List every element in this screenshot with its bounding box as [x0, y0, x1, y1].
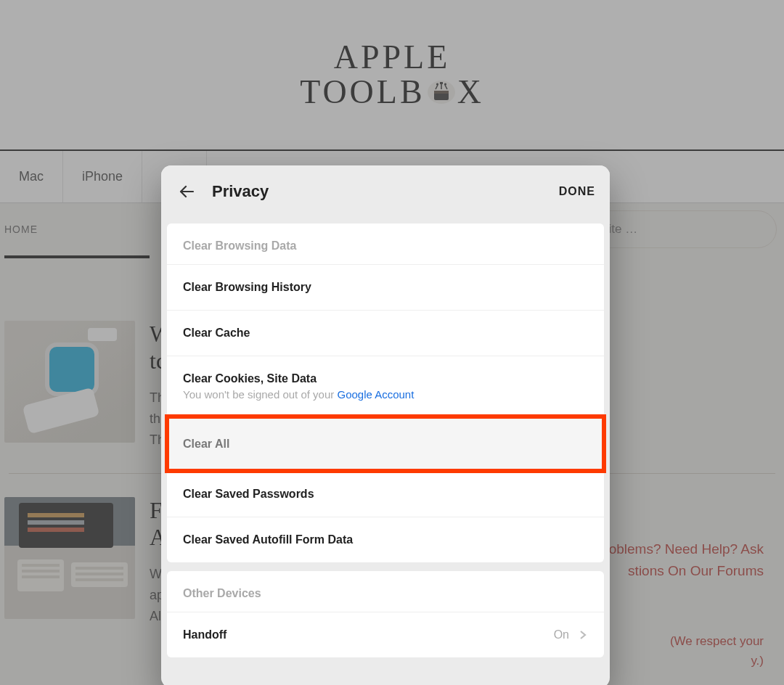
row-label: Clear Saved Autofill Form Data [183, 533, 353, 546]
row-label: Clear All [183, 438, 229, 451]
privacy-modal: Privacy DONE Clear Browsing Data Clear B… [161, 165, 610, 685]
chevron-right-icon [578, 630, 588, 640]
row-clear-autofill[interactable]: Clear Saved Autofill Form Data [167, 517, 604, 562]
panel-clear-data: Clear Browsing Data Clear Browsing Histo… [167, 223, 604, 562]
row-clear-passwords[interactable]: Clear Saved Passwords [167, 471, 604, 517]
google-account-link[interactable]: Google Account [337, 388, 414, 401]
modal-title: Privacy [212, 182, 269, 201]
panel-other-devices: Other Devices Handoff On [167, 571, 604, 657]
row-subtext: You won't be signed out of your Google A… [183, 388, 414, 401]
section-label: Other Devices [167, 571, 604, 612]
row-handoff[interactable]: Handoff On [167, 612, 604, 657]
row-clear-all[interactable]: Clear All [167, 417, 604, 471]
arrow-left-icon [179, 183, 196, 200]
row-label: Clear Cookies, Site Data [183, 372, 317, 385]
done-button[interactable]: DONE [559, 185, 595, 198]
row-clear-cache[interactable]: Clear Cache [167, 310, 604, 356]
row-label: Clear Browsing History [183, 281, 311, 294]
row-label: Handoff [183, 628, 226, 641]
section-label: Clear Browsing Data [167, 223, 604, 264]
row-label: Clear Saved Passwords [183, 488, 314, 501]
back-button[interactable] [171, 176, 203, 208]
row-label: Clear Cache [183, 327, 250, 340]
row-clear-cookies[interactable]: Clear Cookies, Site Data You won't be si… [167, 356, 604, 417]
row-value: On [554, 628, 588, 641]
row-clear-history[interactable]: Clear Browsing History [167, 264, 604, 310]
modal-header: Privacy DONE [161, 165, 610, 218]
